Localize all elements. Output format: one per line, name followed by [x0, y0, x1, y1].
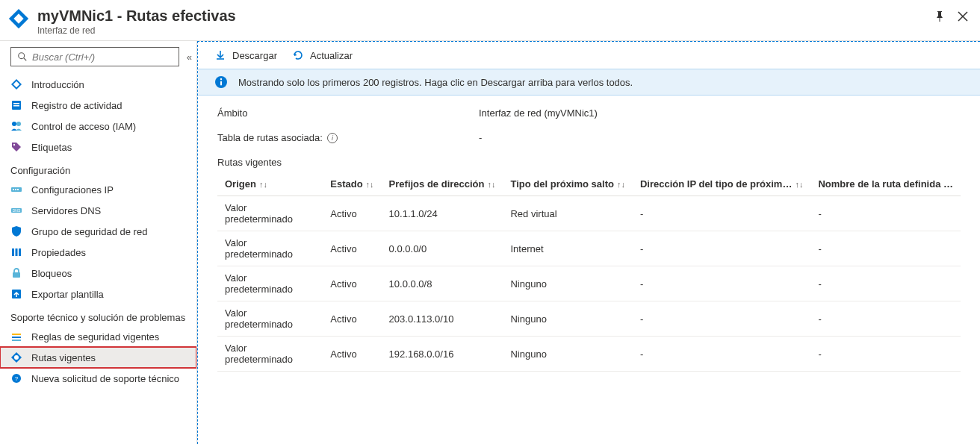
sidebar-item-reglas-seguridad[interactable]: Reglas de seguridad vigentes — [0, 326, 196, 347]
sort-icon: ↑↓ — [617, 180, 625, 189]
nav-top: Introducción Registro de actividad Contr… — [0, 74, 196, 157]
pin-icon[interactable] — [934, 10, 946, 25]
svg-rect-21 — [19, 248, 21, 256]
info-text: Mostrando solo los primeros 200 registro… — [238, 77, 633, 88]
table-row[interactable]: Valor predeterminadoActivo10.0.0.0/8Ning… — [217, 266, 961, 301]
sort-icon: ↑↓ — [259, 180, 267, 189]
main-content: Descargar Actualizar Mostrando solo los … — [197, 41, 980, 444]
sidebar-item-iam[interactable]: Control de acceso (IAM) — [0, 116, 196, 137]
cell-hop_type: Ninguno — [503, 266, 632, 301]
table-row[interactable]: Valor predeterminadoActivo203.0.113.0/10… — [217, 301, 961, 337]
close-icon[interactable] — [958, 11, 968, 25]
cell-route_name: - — [810, 301, 961, 337]
ipconfig-icon — [10, 184, 22, 196]
cell-hop_ip: - — [633, 337, 810, 372]
nav-support: Reglas de seguridad vigentes Rutas vigen… — [0, 326, 196, 389]
col-route-name[interactable]: Nombre de la ruta definida … — [810, 172, 961, 196]
svg-point-35 — [220, 78, 222, 80]
cell-route_name: - — [810, 231, 961, 266]
sidebar-item-label: Bloqueos — [31, 268, 72, 279]
sidebar-item-label: Control de acceso (IAM) — [31, 121, 136, 132]
sidebar-item-label: Exportar plantilla — [31, 289, 104, 300]
sidebar-item-label: Servidores DNS — [31, 205, 101, 216]
search-input[interactable] — [10, 47, 179, 66]
svg-text:DNS: DNS — [13, 208, 21, 213]
sidebar: « Introducción Registro de actividad Con… — [0, 41, 197, 444]
info-circle-icon[interactable]: i — [327, 133, 338, 143]
col-state[interactable]: Estado↑↓ — [323, 172, 381, 196]
sidebar-item-label: Propiedades — [31, 247, 86, 258]
sort-icon: ↑↓ — [795, 180, 803, 189]
table-row[interactable]: Valor predeterminadoActivo0.0.0.0/0Inter… — [217, 231, 961, 266]
col-prefix[interactable]: Prefijos de dirección↑↓ — [382, 172, 503, 196]
cell-origin: Valor predeterminado — [217, 231, 323, 266]
svg-rect-16 — [17, 189, 19, 190]
sidebar-item-etiquetas[interactable]: Etiquetas — [0, 137, 196, 157]
sidebar-item-label: Reglas de seguridad vigentes — [31, 331, 159, 343]
table-row[interactable]: Valor predeterminadoActivo192.168.0.0/16… — [217, 337, 961, 372]
cell-prefix: 10.1.1.0/24 — [382, 196, 503, 231]
cell-route_name: - — [810, 337, 961, 372]
cell-state: Activo — [323, 301, 381, 337]
cell-prefix: 0.0.0.0/0 — [382, 231, 503, 266]
routes-table: Origen↑↓ Estado↑↓ Prefijos de dirección↑… — [217, 172, 961, 372]
dns-icon: DNS — [10, 204, 22, 216]
sidebar-item-nsg[interactable]: Grupo de seguridad de red — [0, 221, 196, 242]
svg-rect-19 — [12, 248, 14, 256]
col-hop-type[interactable]: Tipo del próximo salto↑↓ — [503, 172, 632, 196]
sidebar-item-bloqueos[interactable]: Bloqueos — [0, 263, 196, 284]
page-subtitle: Interfaz de red — [37, 25, 934, 36]
sidebar-item-propiedades[interactable]: Propiedades — [0, 242, 196, 263]
sidebar-item-ip-config[interactable]: Configuraciones IP — [0, 179, 196, 200]
svg-point-28 — [14, 355, 19, 360]
cell-hop_type: Internet — [503, 231, 632, 266]
routes-icon — [10, 351, 22, 363]
collapse-sidebar-icon[interactable]: « — [187, 51, 189, 63]
svg-point-2 — [19, 53, 25, 59]
tags-icon — [10, 141, 22, 153]
route-table-assoc-row: Tabla de rutas asociada: i - — [217, 132, 961, 143]
cell-state: Activo — [323, 337, 381, 372]
sort-icon: ↑↓ — [366, 180, 374, 189]
svg-rect-26 — [12, 340, 21, 341]
search-icon — [17, 51, 28, 62]
cell-prefix: 203.0.113.0/10 — [382, 301, 503, 337]
sidebar-item-label: Rutas vigentes — [31, 352, 96, 363]
table-row[interactable]: Valor predeterminadoActivo10.1.1.0/24Red… — [217, 196, 961, 231]
cell-origin: Valor predeterminado — [217, 301, 323, 337]
cell-route_name: - — [810, 196, 961, 231]
page-title: myVMNic1 - Rutas efectivas — [37, 7, 934, 25]
sidebar-item-label: Grupo de seguridad de red — [31, 226, 147, 237]
sidebar-item-dns[interactable]: DNS Servidores DNS — [0, 200, 196, 221]
sidebar-item-label: Configuraciones IP — [31, 184, 114, 196]
cell-prefix: 192.168.0.0/16 — [382, 337, 503, 372]
activity-log-icon — [10, 99, 22, 111]
nav-config: Configuraciones IP DNS Servidores DNS Gr… — [0, 179, 196, 304]
routes-section-title: Rutas vigentes — [217, 157, 961, 168]
sidebar-item-registro-actividad[interactable]: Registro de actividad — [0, 95, 196, 116]
section-soporte: Soporte técnico y solución de problemas — [0, 304, 196, 326]
cell-hop_ip: - — [633, 231, 810, 266]
scope-label: Ámbito — [217, 107, 449, 119]
col-origin[interactable]: Origen↑↓ — [217, 172, 323, 196]
download-button[interactable]: Descargar — [214, 49, 277, 61]
nic-icon — [7, 7, 30, 30]
sidebar-item-label: Registro de actividad — [31, 100, 122, 111]
col-hop-ip[interactable]: Dirección IP del tipo de próxim…↑↓ — [633, 172, 810, 196]
cell-state: Activo — [323, 196, 381, 231]
cell-origin: Valor predeterminado — [217, 337, 323, 372]
properties-icon — [10, 246, 22, 258]
cell-route_name: - — [810, 266, 961, 301]
scope-row: Ámbito Interfaz de red (myVMNic1) — [217, 107, 961, 119]
sidebar-item-exportar-plantilla[interactable]: Exportar plantilla — [0, 284, 196, 304]
svg-marker-32 — [294, 53, 297, 56]
overview-icon — [10, 78, 22, 90]
scope-value: Interfaz de red (myVMNic1) — [479, 107, 598, 119]
cell-hop_ip: - — [633, 196, 810, 231]
sidebar-item-introduccion[interactable]: Introducción — [0, 74, 196, 95]
sidebar-item-rutas-vigentes[interactable]: Rutas vigentes — [0, 347, 196, 368]
sidebar-item-nueva-solicitud[interactable]: ? Nueva solicitud de soporte técnico — [0, 368, 196, 389]
search-field[interactable] — [32, 51, 173, 63]
refresh-button[interactable]: Actualizar — [292, 49, 353, 61]
support-request-icon: ? — [10, 372, 22, 384]
